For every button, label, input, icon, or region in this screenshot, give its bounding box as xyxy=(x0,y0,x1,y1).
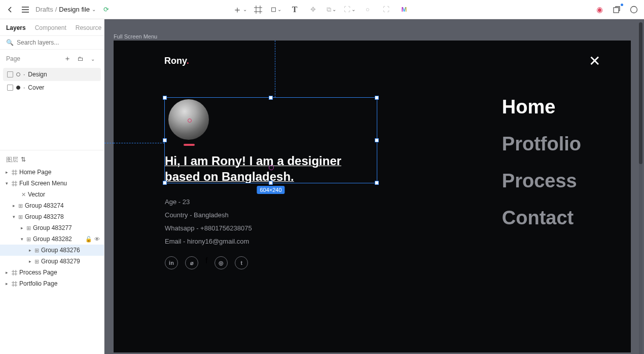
resize-handle[interactable] xyxy=(269,181,273,185)
page-item-design[interactable]: · Design xyxy=(3,68,101,81)
cloud-sync-icon[interactable]: ⟳ xyxy=(101,5,111,15)
design-frame[interactable]: Rony. ✕ Hi, I am Rony! I am a desiginer … xyxy=(114,41,631,352)
left-panel: Layers Component Resource 🔍 Page ＋ 🗀 ⌄ ·… xyxy=(0,19,104,354)
guide-vertical xyxy=(275,41,275,97)
menu-nav: Home Protfolio Process Contact xyxy=(502,96,581,229)
resize-handle[interactable] xyxy=(269,96,273,100)
folder-icon[interactable]: 🗀 xyxy=(76,54,86,64)
frame-tool-icon[interactable] xyxy=(253,5,263,15)
tab-layers[interactable]: Layers xyxy=(6,24,26,31)
chevron-down-icon[interactable]: ⌄ xyxy=(92,7,96,12)
guide-horizontal xyxy=(114,143,164,143)
search-input[interactable] xyxy=(17,39,98,46)
info-country: Country - Bangladesh xyxy=(165,209,252,222)
resize-handle[interactable] xyxy=(375,96,379,100)
text-tool-icon[interactable]: T xyxy=(290,5,300,15)
nav-contact[interactable]: Contact xyxy=(502,207,581,229)
group-icon: ⊞ xyxy=(26,225,31,231)
layer-tree: ▸Home Page ▾Full Screen Menu ✕Vector ▸⊞G… xyxy=(0,167,104,354)
shape-tool-icon[interactable]: ⌄ xyxy=(271,5,281,15)
search-icon: 🔍 xyxy=(6,39,14,46)
selection-box[interactable]: 604×240 xyxy=(164,97,377,183)
breadcrumb[interactable]: Drafts / Design file ⌄ xyxy=(35,6,96,13)
page-section-label: Page xyxy=(6,55,20,62)
logo: Rony. xyxy=(164,56,189,66)
page-item-cover[interactable]: · Cover xyxy=(0,81,104,94)
ellipse-icon[interactable]: ○ xyxy=(363,5,373,15)
visibility-dot xyxy=(16,72,20,76)
visibility-dot xyxy=(16,86,20,90)
layer-portfolio-page[interactable]: ▸Portfolio Page xyxy=(0,278,104,289)
group-icon: ⊞ xyxy=(34,247,39,254)
dimension-badge: 604×240 xyxy=(257,186,284,194)
facebook-icon[interactable]: f xyxy=(205,256,207,269)
breadcrumb-file: Design file xyxy=(59,6,90,13)
ai-tool-icon[interactable]: M xyxy=(399,5,409,15)
back-icon[interactable] xyxy=(5,5,15,15)
frame-label[interactable]: Full Screen Menu xyxy=(114,33,157,40)
pivot-point[interactable] xyxy=(269,165,274,170)
info-email: Email - hirony16@gmail.com xyxy=(165,235,252,248)
layer-group-483274[interactable]: ▸⊞Group 483274 xyxy=(0,200,104,211)
layer-group-483279[interactable]: ▸⊞Group 483279 xyxy=(0,256,104,267)
resize-handle[interactable] xyxy=(375,138,379,142)
svg-point-2 xyxy=(631,6,637,13)
layer-group-483278[interactable]: ▾⊞Group 483278 xyxy=(0,211,104,222)
add-page-icon[interactable]: ＋ xyxy=(62,54,73,64)
crop-icon[interactable]: ⛶ xyxy=(381,5,391,15)
canvas[interactable]: Full Screen Menu Rony. ✕ Hi, I am Rony! … xyxy=(104,19,644,354)
unlock-icon[interactable]: 🔓 xyxy=(85,236,92,243)
info-block: Age - 23 Country - Bangladesh Whatsapp -… xyxy=(165,195,252,248)
layers-section-label: 图层 xyxy=(6,155,18,164)
edit-object-icon[interactable]: ⛶⌄ xyxy=(344,5,354,15)
nav-home[interactable]: Home xyxy=(502,96,581,118)
move-tool-icon[interactable]: ✥ xyxy=(308,5,318,15)
plugin-icon[interactable]: ◉ xyxy=(594,5,604,15)
layer-home-page[interactable]: ▸Home Page xyxy=(0,167,104,178)
tab-component[interactable]: Component xyxy=(35,24,66,31)
help-icon[interactable] xyxy=(629,5,639,15)
layers-settings-icon[interactable]: ⇅ xyxy=(18,154,28,165)
add-icon[interactable]: ＋⌄ xyxy=(235,5,245,15)
search-row: 🔍 xyxy=(0,36,104,50)
layer-process-page[interactable]: ▸Process Page xyxy=(0,267,104,278)
close-icon[interactable]: ✕ xyxy=(589,53,600,69)
page-icon xyxy=(7,71,13,77)
tab-resource[interactable]: Resource xyxy=(76,24,101,31)
collapse-pages-icon[interactable]: ⌄ xyxy=(88,54,98,64)
social-icons: in ⌀ f ◎ t xyxy=(165,256,248,269)
layer-group-483277[interactable]: ▸⊞Group 483277 xyxy=(0,222,104,233)
nav-process[interactable]: Process xyxy=(502,170,581,192)
instagram-icon[interactable]: ◎ xyxy=(214,256,228,269)
panel-tabs: Layers Component Resource xyxy=(0,19,104,36)
resize-handle[interactable] xyxy=(375,181,379,185)
scrollbar-thumb[interactable] xyxy=(639,22,642,164)
breadcrumb-root: Drafts xyxy=(35,6,53,13)
layer-group-483282[interactable]: ▾⊞Group 483282🔓👁 xyxy=(0,233,104,245)
resize-handle[interactable] xyxy=(163,181,167,185)
svg-rect-0 xyxy=(272,8,276,12)
twitter-icon[interactable]: t xyxy=(235,256,248,269)
vector-icon: ✕ xyxy=(21,191,26,198)
info-age: Age - 23 xyxy=(165,195,252,209)
nav-portfolio[interactable]: Protfolio xyxy=(502,133,581,155)
eye-icon[interactable]: 👁 xyxy=(94,236,100,243)
group-icon: ⊞ xyxy=(26,236,31,243)
share-icon[interactable] xyxy=(612,5,622,15)
svg-rect-1 xyxy=(614,8,619,13)
menu-icon[interactable] xyxy=(20,5,30,15)
top-toolbar: Drafts / Design file ⌄ ⟳ ＋⌄ ⌄ T ✥ ⧉⌄ ⛶⌄ … xyxy=(0,0,644,19)
group-icon: ⊞ xyxy=(34,258,39,265)
layer-full-screen-menu[interactable]: ▾Full Screen Menu xyxy=(0,178,104,189)
layer-vector[interactable]: ✕Vector xyxy=(0,189,104,200)
layer-group-483276[interactable]: ▸⊞Group 483276 xyxy=(0,245,104,256)
resize-handle[interactable] xyxy=(163,138,167,142)
dribbble-icon[interactable]: ⌀ xyxy=(185,256,198,269)
group-icon: ⊞ xyxy=(18,214,23,220)
resize-handle[interactable] xyxy=(163,96,167,100)
group-icon: ⊞ xyxy=(18,203,23,209)
info-whatsapp: Whatsapp - +8801756238075 xyxy=(165,222,252,235)
linkedin-icon[interactable]: in xyxy=(165,256,178,269)
boolean-tool-icon[interactable]: ⧉⌄ xyxy=(326,5,336,15)
page-icon xyxy=(7,85,13,91)
